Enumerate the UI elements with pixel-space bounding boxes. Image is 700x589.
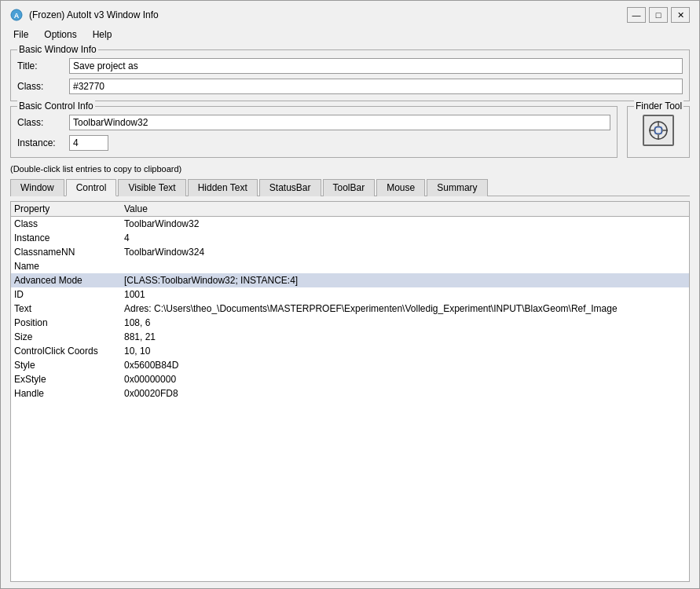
tab-statusbar[interactable]: StatusBar xyxy=(259,179,321,196)
control-instance-input[interactable] xyxy=(69,135,108,151)
svg-text:A: A xyxy=(14,12,20,20)
cell-value: ToolbarWindow324 xyxy=(124,247,686,258)
table-row[interactable]: ControlClick Coords 10, 10 xyxy=(11,344,689,358)
control-finder-row: Basic Control Info Class: Instance: Find… xyxy=(10,106,690,158)
table-row[interactable]: Instance 4 xyxy=(11,231,689,245)
tab-mouse[interactable]: Mouse xyxy=(376,179,425,196)
cell-property: Position xyxy=(14,317,124,328)
class-field-row: Class: xyxy=(17,79,683,94)
cell-value: 10, 10 xyxy=(124,346,686,357)
cell-value: [CLASS:ToolbarWindow32; INSTANCE:4] xyxy=(124,275,686,286)
control-class-row: Class: xyxy=(17,115,610,130)
window-controls: — □ ✕ xyxy=(627,7,690,23)
cell-property: Instance xyxy=(14,232,124,243)
cell-value: 0x5600B84D xyxy=(124,360,686,371)
maximize-button[interactable]: □ xyxy=(649,7,668,23)
control-class-label: Class: xyxy=(17,117,64,128)
property-table[interactable]: Property Value Class ToolbarWindow32 Ins… xyxy=(10,201,690,582)
cell-property: Style xyxy=(14,360,124,371)
table-row[interactable]: ClassnameNN ToolbarWindow324 xyxy=(11,245,689,259)
cell-property: ControlClick Coords xyxy=(14,346,124,357)
cell-value: 108, 6 xyxy=(124,317,686,328)
title-field-label: Title: xyxy=(17,60,64,71)
tab-hidden-text[interactable]: Hidden Text xyxy=(188,179,258,196)
finder-tool-button[interactable] xyxy=(643,115,674,146)
cell-property: Class xyxy=(14,218,124,229)
table-row[interactable]: ID 1001 xyxy=(11,287,689,302)
table-row[interactable]: Text Adres: C:\Users\theo_\Documents\MAS… xyxy=(11,302,689,316)
tab-visible-text[interactable]: Visible Text xyxy=(118,179,185,196)
table-body: Class ToolbarWindow32 Instance 4 Classna… xyxy=(11,217,689,401)
hint-text: (Double-click list entries to copy to cl… xyxy=(10,164,690,174)
tabs-container: Window Control Visible Text Hidden Text … xyxy=(10,178,690,196)
table-row[interactable]: ExStyle 0x00000000 xyxy=(11,372,689,386)
finder-tool-label: Finder Tool xyxy=(634,101,684,112)
tab-control[interactable]: Control xyxy=(66,179,117,196)
cell-property: Handle xyxy=(14,388,124,399)
table-row[interactable]: Class ToolbarWindow32 xyxy=(11,217,689,231)
title-field-row: Title: xyxy=(17,58,683,74)
title-field-input[interactable] xyxy=(69,58,683,74)
control-instance-label: Instance: xyxy=(17,137,64,148)
close-button[interactable]: ✕ xyxy=(671,7,690,23)
menu-options[interactable]: Options xyxy=(38,27,82,42)
tab-toolbar[interactable]: ToolBar xyxy=(323,179,376,196)
table-header: Property Value xyxy=(11,202,689,217)
cell-value: 4 xyxy=(124,232,686,243)
header-value: Value xyxy=(124,203,686,214)
cell-value: 0x00000000 xyxy=(124,374,686,385)
menu-file[interactable]: File xyxy=(7,27,35,42)
class-field-input[interactable] xyxy=(69,79,683,94)
autoit-icon: A xyxy=(10,9,23,21)
table-row[interactable]: Name xyxy=(11,259,689,273)
cell-value: 881, 21 xyxy=(124,331,686,342)
table-row[interactable]: Size 881, 21 xyxy=(11,330,689,344)
control-instance-row: Instance: xyxy=(17,135,610,151)
basic-window-info-group: Basic Window Info Title: Class: xyxy=(10,49,690,101)
cell-property: Text xyxy=(14,303,124,314)
cell-value: 0x00020FD8 xyxy=(124,388,686,399)
table-row[interactable]: Handle 0x00020FD8 xyxy=(11,386,689,401)
title-bar: A (Frozen) AutoIt v3 Window Info — □ ✕ xyxy=(1,1,699,26)
finder-tool-group: Finder Tool xyxy=(627,106,690,158)
tab-summary[interactable]: Summary xyxy=(427,179,487,196)
cell-property: Name xyxy=(14,261,124,272)
cell-property: ExStyle xyxy=(14,374,124,385)
basic-control-info-title: Basic Control Info xyxy=(17,101,95,112)
cell-property: Size xyxy=(14,331,124,342)
content-area: Basic Window Info Title: Class: Basic Co… xyxy=(1,43,699,588)
table-row[interactable]: Position 108, 6 xyxy=(11,316,689,330)
table-row[interactable]: Advanced Mode [CLASS:ToolbarWindow32; IN… xyxy=(11,273,689,287)
cell-value: ToolbarWindow32 xyxy=(124,218,686,229)
cell-property: ID xyxy=(14,289,124,300)
class-field-label: Class: xyxy=(17,81,64,92)
cell-value: 1001 xyxy=(124,289,686,300)
header-property: Property xyxy=(14,203,124,214)
menu-bar: File Options Help xyxy=(1,26,699,43)
menu-help[interactable]: Help xyxy=(86,27,119,42)
table-row[interactable]: Style 0x5600B84D xyxy=(11,358,689,372)
window-title: (Frozen) AutoIt v3 Window Info xyxy=(29,9,621,20)
cell-property: Advanced Mode xyxy=(14,275,124,286)
crosshair-icon xyxy=(647,119,669,141)
cell-property: ClassnameNN xyxy=(14,247,124,258)
control-class-input[interactable] xyxy=(69,115,610,130)
main-window: A (Frozen) AutoIt v3 Window Info — □ ✕ F… xyxy=(0,0,700,589)
tab-window[interactable]: Window xyxy=(10,179,64,196)
svg-rect-8 xyxy=(655,127,662,134)
cell-value: Adres: C:\Users\theo_\Documents\MASTERPR… xyxy=(124,303,686,314)
basic-window-info-title: Basic Window Info xyxy=(17,44,98,55)
minimize-button[interactable]: — xyxy=(627,7,646,23)
basic-control-info-group: Basic Control Info Class: Instance: xyxy=(10,106,618,158)
